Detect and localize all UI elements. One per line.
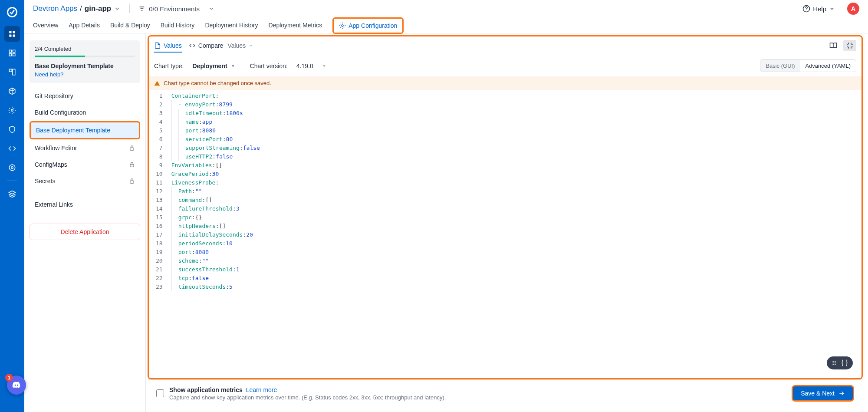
svg-rect-2 [13, 31, 15, 33]
chevron-down-icon [208, 6, 214, 12]
devtron-logo-icon [5, 5, 19, 19]
separator [129, 4, 130, 13]
breadcrumb-root[interactable]: Devtron Apps [33, 4, 77, 13]
yaml-editor[interactable]: 1234567891011121314151617181920212223 Co… [149, 90, 861, 378]
help-icon [802, 5, 810, 13]
save-next-button[interactable]: Save & Next [792, 385, 854, 402]
mode-basic-button[interactable]: Basic (GUI) [760, 60, 800, 72]
environment-selector[interactable]: 0/0 Environments [138, 5, 214, 13]
svg-rect-17 [130, 164, 134, 167]
config-sidebar: 2/4 Completed Base Deployment Template N… [24, 33, 146, 412]
help-button[interactable]: Help [802, 5, 835, 13]
app-tabs: OverviewApp DetailsBuild & DeployBuild H… [24, 17, 868, 33]
user-avatar[interactable]: A [847, 3, 859, 15]
compare-icon [189, 42, 196, 49]
tab-app-configuration[interactable]: App Configuration [332, 17, 404, 34]
tab-overview[interactable]: Overview [33, 17, 58, 33]
chart-version-selector[interactable]: 4.19.0 [296, 63, 327, 69]
breadcrumb: Devtron Apps / gin-app [33, 4, 121, 13]
learn-more-link[interactable]: Learn more [246, 386, 277, 393]
nav-chart-icon[interactable] [4, 45, 20, 61]
chevron-down-icon [248, 43, 253, 48]
svg-rect-18 [130, 181, 134, 183]
progress-card: 2/4 Completed Base Deployment Template N… [30, 40, 140, 83]
chart-type-label: Chart type: [154, 63, 184, 69]
chevron-down-icon [829, 6, 835, 12]
env-label: 0/0 Environments [149, 5, 200, 13]
warning-text: Chart type cannot be changed once saved. [164, 80, 271, 86]
progress-bar [35, 56, 135, 57]
arrow-right-icon [838, 390, 845, 397]
values-tab[interactable]: Values [154, 42, 182, 53]
sidebar-item-configmaps[interactable]: ConfigMaps [30, 157, 140, 172]
gear-icon [339, 22, 346, 29]
warning-banner: Chart type cannot be changed once saved. [149, 76, 861, 90]
lock-icon [129, 162, 135, 168]
filter-icon [138, 5, 145, 12]
tab-deployment-metrics[interactable]: Deployment Metrics [269, 17, 322, 33]
svg-point-13 [9, 165, 15, 171]
nav-settings-icon[interactable] [4, 160, 20, 175]
compare-tab[interactable]: Compare Values [189, 42, 253, 49]
compare-sub-label: Values [227, 42, 246, 49]
nav-shield-icon[interactable] [4, 122, 20, 137]
sidebar-item-base-deployment-template[interactable]: Base Deployment Template [30, 121, 140, 139]
sidebar-item-workflow-editor[interactable]: Workflow Editor [30, 140, 140, 156]
readme-icon[interactable] [827, 40, 840, 51]
svg-rect-8 [13, 54, 15, 56]
editor-float-actions[interactable] [827, 356, 853, 369]
editor-mode-toggle: Basic (GUI) Advanced (YAML) [760, 59, 856, 72]
nav-stack-icon[interactable] [4, 186, 20, 202]
breadcrumb-sep: / [80, 4, 82, 13]
svg-point-12 [11, 167, 13, 169]
drag-icon [831, 360, 837, 366]
show-metrics-checkbox[interactable] [156, 389, 164, 397]
compare-tab-label: Compare [198, 42, 224, 49]
svg-rect-4 [13, 35, 15, 37]
braces-icon [841, 359, 848, 367]
svg-point-19 [833, 361, 834, 362]
chevron-down-icon [321, 63, 327, 69]
tab-app-details[interactable]: App Details [69, 17, 100, 33]
lock-icon [129, 145, 135, 151]
breadcrumb-current: gin-app [85, 4, 111, 13]
svg-rect-16 [130, 148, 134, 150]
sidebar-item-git-repository[interactable]: Git Repository [30, 88, 140, 104]
need-help-link[interactable]: Need help? [35, 71, 135, 78]
sidebar-item-build-configuration[interactable]: Build Configuration [30, 105, 140, 120]
svg-point-22 [835, 363, 835, 363]
svg-point-21 [833, 363, 834, 363]
document-icon [154, 42, 161, 49]
nav-gear-icon[interactable] [4, 102, 20, 118]
metrics-desc: Capture and show key application metrics… [169, 394, 446, 401]
nav-app-groups-icon[interactable] [4, 64, 20, 80]
delete-application-button[interactable]: Delete Application [30, 224, 140, 240]
warning-icon [154, 80, 160, 86]
chevron-down-icon[interactable] [114, 5, 121, 12]
help-label: Help [813, 5, 826, 13]
tab-build-history[interactable]: Build History [161, 17, 195, 33]
sidebar-item-secrets[interactable]: Secrets [30, 173, 140, 189]
nav-code-icon[interactable] [4, 141, 20, 156]
chart-type-selector[interactable]: Deployment [192, 63, 236, 69]
mode-advanced-button[interactable]: Advanced (YAML) [800, 60, 856, 72]
discord-button[interactable]: 1 [7, 376, 26, 395]
svg-point-20 [835, 361, 835, 362]
top-bar: Devtron Apps / gin-app 0/0 Environments … [24, 0, 868, 17]
left-nav: 1 [0, 0, 24, 412]
tab-build-&-deploy[interactable]: Build & Deploy [110, 17, 150, 33]
nav-apps-icon[interactable] [4, 26, 20, 42]
tab-deployment-history[interactable]: Deployment History [205, 17, 258, 33]
chart-options-row: Chart type: Deployment Chart version: 4.… [149, 55, 861, 76]
sidebar-item-external-links[interactable]: External Links [30, 197, 140, 212]
svg-point-24 [835, 364, 835, 365]
code-view-icon[interactable] [843, 40, 856, 51]
editor-header: Values Compare Values [149, 36, 861, 55]
editor-pane: Values Compare Values [146, 33, 868, 412]
metrics-title: Show application metrics [169, 386, 243, 393]
nav-cube-icon[interactable] [4, 83, 20, 99]
progress-text: 2/4 Completed [35, 46, 135, 52]
svg-rect-7 [9, 54, 11, 56]
chevron-down-icon [230, 63, 236, 69]
svg-rect-3 [9, 35, 11, 37]
